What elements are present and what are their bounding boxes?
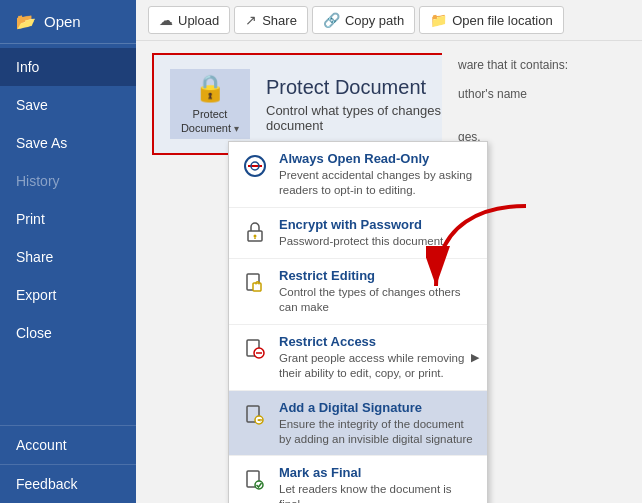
copy-path-button[interactable]: 🔗 Copy path: [312, 6, 415, 34]
upload-button[interactable]: ☁ Upload: [148, 6, 230, 34]
menu-item-mark-as-final-content: Mark as Final Let readers know the docum…: [279, 465, 475, 503]
menu-item-encrypt-password[interactable]: Encrypt with Password Password-protect t…: [229, 208, 487, 259]
menu-item-restrict-editing-content: Restrict Editing Control the types of ch…: [279, 268, 475, 315]
sidebar-item-history: History: [0, 162, 136, 200]
menu-item-restrict-editing-desc: Control the types of changes others can …: [279, 285, 475, 315]
share-icon: ↗: [245, 12, 257, 28]
menu-item-mark-as-final-desc: Let readers know the document is final.: [279, 482, 475, 503]
menu-item-restrict-editing[interactable]: Restrict Editing Control the types of ch…: [229, 259, 487, 325]
menu-item-digital-signature-desc: Ensure the integrity of the document by …: [279, 417, 475, 447]
menu-item-restrict-access[interactable]: Restrict Access Grant people access whil…: [229, 325, 487, 391]
lock-icon: 🔒: [194, 73, 226, 104]
copy-path-label: Copy path: [345, 13, 404, 28]
sidebar-item-print-label: Print: [16, 211, 45, 227]
menu-item-digital-signature-title: Add a Digital Signature: [279, 400, 475, 415]
sidebar-item-save-as[interactable]: Save As: [0, 124, 136, 162]
svg-text:✒: ✒: [257, 416, 264, 425]
restrict-editing-icon: [241, 269, 269, 297]
mark-as-final-icon: [241, 466, 269, 494]
menu-item-encrypt-password-title: Encrypt with Password: [279, 217, 446, 232]
open-icon: 📂: [16, 12, 36, 31]
sidebar-item-account[interactable]: Account: [0, 425, 136, 464]
no-edit-icon: [241, 152, 269, 180]
main-area: ☁ Upload ↗ Share 🔗 Copy path 📁 Open file…: [136, 0, 642, 503]
submenu-arrow-icon: ▶: [471, 351, 479, 364]
sidebar-bottom: Account Feedback: [0, 425, 136, 503]
share-label: Share: [262, 13, 297, 28]
sidebar-item-close-label: Close: [16, 325, 52, 341]
content-area: 🔒 ProtectDocument ▾ Protect Document Con…: [136, 41, 642, 503]
toolbar: ☁ Upload ↗ Share 🔗 Copy path 📁 Open file…: [136, 0, 642, 41]
right-panel-text-1: ware that it contains:: [458, 57, 626, 74]
menu-item-mark-as-final[interactable]: Mark as Final Let readers know the docum…: [229, 456, 487, 503]
menu-item-always-open-readonly[interactable]: Always Open Read-Only Prevent accidental…: [229, 142, 487, 208]
share-button[interactable]: ↗ Share: [234, 6, 308, 34]
digital-signature-icon: ✒: [241, 401, 269, 429]
menu-item-always-open-readonly-desc: Prevent accidental changes by asking rea…: [279, 168, 475, 198]
restrict-access-icon: [241, 335, 269, 363]
sidebar: 📂 Open Info Save Save As History Print S…: [0, 0, 136, 503]
svg-point-4: [254, 234, 257, 237]
protect-dropdown-menu: Always Open Read-Only Prevent accidental…: [228, 141, 488, 503]
menu-item-encrypt-password-desc: Password-protect this document.: [279, 234, 446, 249]
upload-icon: ☁: [159, 12, 173, 28]
sidebar-item-export-label: Export: [16, 287, 56, 303]
folder-icon: 📁: [430, 12, 447, 28]
sidebar-item-share[interactable]: Share: [0, 238, 136, 276]
open-file-location-button[interactable]: 📁 Open file location: [419, 6, 563, 34]
menu-item-mark-as-final-title: Mark as Final: [279, 465, 475, 480]
menu-item-digital-signature[interactable]: ✒ Add a Digital Signature Ensure the int…: [229, 391, 487, 457]
sidebar-open[interactable]: 📂 Open: [0, 0, 136, 44]
protect-document-icon-label: ProtectDocument ▾: [181, 108, 239, 134]
open-label: Open: [44, 13, 81, 30]
sidebar-item-info[interactable]: Info: [0, 48, 136, 86]
sidebar-item-feedback[interactable]: Feedback: [0, 464, 136, 503]
sidebar-item-info-label: Info: [16, 59, 39, 75]
menu-item-restrict-access-desc: Grant people access while removing their…: [279, 351, 475, 381]
menu-item-restrict-access-title: Restrict Access: [279, 334, 475, 349]
menu-item-always-open-readonly-title: Always Open Read-Only: [279, 151, 475, 166]
svg-rect-7: [253, 283, 261, 291]
sidebar-item-share-label: Share: [16, 249, 53, 265]
sidebar-item-save-label: Save: [16, 97, 48, 113]
link-icon: 🔗: [323, 12, 340, 28]
sidebar-item-print[interactable]: Print: [0, 200, 136, 238]
protect-document-icon-box: 🔒 ProtectDocument ▾: [170, 69, 250, 139]
upload-label: Upload: [178, 13, 219, 28]
menu-item-restrict-editing-title: Restrict Editing: [279, 268, 475, 283]
menu-item-encrypt-password-content: Encrypt with Password Password-protect t…: [279, 217, 446, 249]
lock-password-icon: [241, 218, 269, 246]
open-file-location-label: Open file location: [452, 13, 552, 28]
sidebar-item-feedback-label: Feedback: [16, 476, 77, 492]
sidebar-item-save[interactable]: Save: [0, 86, 136, 124]
sidebar-item-history-label: History: [16, 173, 60, 189]
sidebar-item-account-label: Account: [16, 437, 67, 453]
menu-item-always-open-readonly-content: Always Open Read-Only Prevent accidental…: [279, 151, 475, 198]
sidebar-item-save-as-label: Save As: [16, 135, 67, 151]
menu-item-digital-signature-content: Add a Digital Signature Ensure the integ…: [279, 400, 475, 447]
sidebar-item-close[interactable]: Close: [0, 314, 136, 352]
menu-item-restrict-access-content: Restrict Access Grant people access whil…: [279, 334, 475, 381]
svg-point-15: [255, 481, 263, 489]
right-panel-text-2: uthor's name: [458, 86, 626, 103]
sidebar-item-export[interactable]: Export: [0, 276, 136, 314]
